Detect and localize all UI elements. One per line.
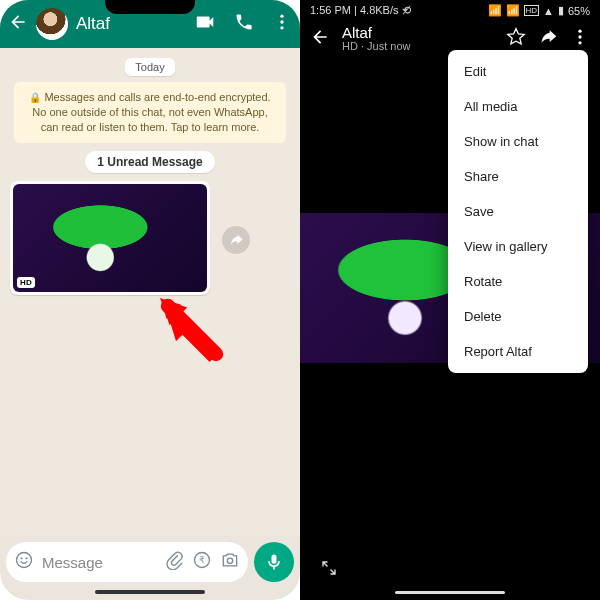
contact-name[interactable]: Altaf [76,14,186,34]
menu-view-gallery[interactable]: View in gallery [448,229,588,264]
notch [105,0,195,14]
menu-report[interactable]: Report Altaf [448,334,588,369]
emoji-icon[interactable] [14,550,34,574]
nav-handle [95,590,205,594]
message-placeholder: Message [42,554,156,571]
menu-edit[interactable]: Edit [448,54,588,89]
signal-icon: 📶 [488,4,502,17]
viewer-title: Altaf [342,25,494,40]
payment-icon[interactable]: ₹ [192,550,212,574]
svg-point-0 [280,15,283,18]
menu-all-media[interactable]: All media [448,89,588,124]
encryption-notice[interactable]: 🔒 Messages and calls are end-to-end encr… [14,82,286,143]
svg-point-11 [227,558,232,563]
volte-icon: HD [524,5,540,16]
viewer-body: Edit All media Show in chat Share Save V… [300,58,600,549]
svg-point-2 [280,26,283,29]
svg-point-6 [17,553,32,568]
battery-pct: 65% [568,5,590,17]
unread-pill: 1 Unread Message [85,151,214,173]
voice-call-icon[interactable] [234,12,254,36]
attach-icon[interactable] [164,550,184,574]
share-icon[interactable] [538,27,558,51]
back-arrow-icon[interactable] [310,27,330,51]
svg-point-1 [280,20,283,23]
svg-text:₹: ₹ [199,555,205,565]
menu-share[interactable]: Share [448,159,588,194]
avatar[interactable] [36,8,68,40]
no-sync-icon: ⟲̸ [402,4,411,16]
svg-marker-4 [162,300,181,319]
whatsapp-chat-screen: Altaf Today 🔒 Messages and calls are end… [0,0,300,600]
mic-button[interactable] [254,542,294,582]
svg-point-8 [26,557,28,559]
image-viewer-screen: 1:56 PM | 4.8KB/s ⟲̸ 📶 📶 HD ▲ ▮ 65% Alta… [300,0,600,600]
nav-handle [395,591,505,594]
menu-save[interactable]: Save [448,194,588,229]
svg-point-7 [21,557,23,559]
rotate-icon[interactable] [320,559,338,581]
star-icon[interactable] [506,27,526,51]
image-thumbnail[interactable]: HD [13,184,207,292]
status-time: 1:56 PM [310,4,351,16]
svg-point-14 [578,41,581,44]
encryption-text: Messages and calls are end-to-end encryp… [32,91,270,133]
more-menu-icon[interactable] [570,27,590,51]
message-input[interactable]: Message ₹ [6,542,248,582]
hd-badge: HD [17,277,35,288]
signal-icon-2: 📶 [506,4,520,17]
menu-show-in-chat[interactable]: Show in chat [448,124,588,159]
input-bar: Message ₹ [0,536,300,588]
chat-body: Today 🔒 Messages and calls are end-to-en… [0,48,300,536]
status-bar: 1:56 PM | 4.8KB/s ⟲̸ 📶 📶 HD ▲ ▮ 65% [300,0,600,19]
date-pill: Today [125,58,174,76]
annotation-arrow [160,298,240,378]
svg-marker-5 [160,298,187,325]
svg-marker-3 [164,302,216,362]
status-net: 4.8KB/s [360,4,399,16]
battery-icon: ▮ [558,4,564,17]
video-call-icon[interactable] [194,11,216,37]
menu-rotate[interactable]: Rotate [448,264,588,299]
svg-point-12 [578,29,581,32]
wifi-icon: ▲ [543,5,554,17]
lock-icon: 🔒 [29,92,41,103]
context-menu: Edit All media Show in chat Share Save V… [448,50,588,373]
camera-icon[interactable] [220,550,240,574]
menu-delete[interactable]: Delete [448,299,588,334]
back-arrow-icon[interactable] [8,12,28,36]
forward-button[interactable] [222,226,250,254]
more-menu-icon[interactable] [272,12,292,36]
image-message-bubble[interactable]: HD [10,181,210,295]
svg-point-13 [578,35,581,38]
viewer-bottom-bar [300,549,600,591]
